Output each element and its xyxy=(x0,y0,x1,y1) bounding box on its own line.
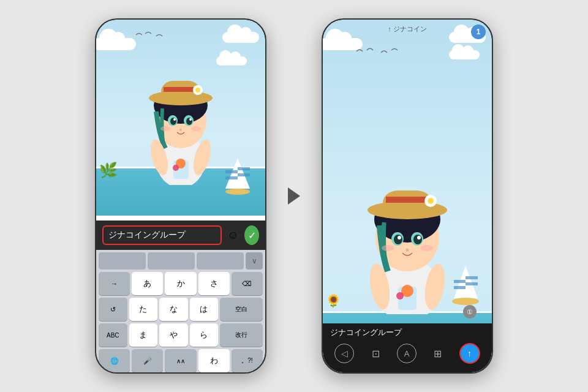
suggestion-3[interactable] xyxy=(197,252,244,270)
text-input[interactable] xyxy=(102,225,222,245)
character-right xyxy=(346,124,469,314)
svg-rect-4 xyxy=(238,167,250,170)
suggestions-row: ∨ xyxy=(99,252,263,270)
adjust-icon[interactable]: ⊞ xyxy=(428,344,448,363)
svg-point-20 xyxy=(173,118,176,121)
svg-point-15 xyxy=(195,88,200,92)
back-icon[interactable]: ◁ xyxy=(334,344,354,363)
cloud-r3 xyxy=(449,50,480,59)
svg-point-29 xyxy=(173,165,179,171)
notification-badge: 1 xyxy=(471,24,486,39)
send-button[interactable]: ↑ xyxy=(459,343,480,364)
left-phone: 🌿 xyxy=(95,18,266,374)
svg-point-22 xyxy=(160,126,170,131)
top-bar-right: ↑ ジナコイン xyxy=(323,24,492,34)
key-ma[interactable]: ま xyxy=(129,323,158,347)
svg-rect-43 xyxy=(386,197,429,203)
key-a[interactable]: あ xyxy=(132,272,163,295)
svg-point-50 xyxy=(398,236,401,239)
key-ka[interactable]: か xyxy=(165,272,196,295)
key-ya[interactable]: や xyxy=(159,323,188,347)
illustration-area-left: 🌿 xyxy=(96,20,265,216)
key-wa[interactable]: わ xyxy=(198,349,230,372)
keyboard-row-4: 🌐 🎤 ∧∧ わ 。?! xyxy=(99,349,263,372)
chevron-down-icon[interactable]: ∨ xyxy=(246,252,263,270)
bottom-label: ジナコイングループ xyxy=(323,323,492,339)
svg-point-51 xyxy=(417,236,421,239)
right-arrow-icon xyxy=(288,187,300,205)
right-phone: ↑ ジナコイン 1 xyxy=(322,18,493,374)
crop-icon[interactable]: ⊡ xyxy=(366,344,385,363)
svg-point-53 xyxy=(421,245,433,251)
keyboard-row-3: ABC ま や ら 改行 xyxy=(99,323,263,347)
key-undo[interactable]: ↺ xyxy=(99,298,127,321)
keyboard-row-2: ↺ た な は 空白 xyxy=(99,298,263,321)
suggestion-1[interactable] xyxy=(99,252,146,270)
key-enter[interactable]: 改行 xyxy=(220,323,263,347)
key-space[interactable]: 空白 xyxy=(220,298,263,321)
key-ra[interactable]: ら xyxy=(190,323,219,347)
key-backspace[interactable]: ⌫ xyxy=(232,272,263,295)
keyboard-row-1: → あ か さ ⌫ xyxy=(99,272,263,295)
svg-point-54 xyxy=(406,249,409,252)
keyboard: ∨ → あ か さ ⌫ ↺ た な は xyxy=(96,250,265,372)
svg-rect-13 xyxy=(164,87,198,92)
text-icon[interactable]: A xyxy=(397,344,417,363)
bottom-toolbar-right: ジナコイングループ ◁ ⊡ A ⊞ ↑ xyxy=(323,323,492,372)
svg-point-6 xyxy=(225,189,250,195)
input-bar-left: ☺ ✓ xyxy=(96,221,265,250)
key-ta[interactable]: た xyxy=(129,298,158,321)
arrow-divider xyxy=(279,187,309,205)
svg-point-21 xyxy=(189,118,192,121)
character-left xyxy=(132,26,230,185)
left-phone-screen: 🌿 xyxy=(96,20,265,372)
top-bar-title: ↑ ジナコイン xyxy=(388,24,427,34)
key-globe[interactable]: 🌐 xyxy=(99,349,130,372)
key-mic[interactable]: 🎤 xyxy=(132,349,163,372)
svg-point-24 xyxy=(179,129,182,131)
bottom-icons-row: ◁ ⊡ A ⊞ ↑ xyxy=(323,339,492,368)
suggestion-2[interactable] xyxy=(148,252,195,270)
flowers-right: 🌻 xyxy=(326,293,341,308)
inner-badge: ① xyxy=(463,305,477,318)
illustration-area-right: 🌻 xyxy=(323,20,492,372)
phone-wrapper: 🌿 xyxy=(95,18,493,374)
svg-point-23 xyxy=(191,126,201,131)
svg-point-49 xyxy=(413,235,422,244)
cloud-1 xyxy=(96,38,136,50)
svg-point-52 xyxy=(382,245,394,251)
svg-rect-5 xyxy=(238,173,250,176)
seagulls-right xyxy=(353,44,402,59)
key-na[interactable]: な xyxy=(159,298,188,321)
key-sa[interactable]: さ xyxy=(198,272,230,295)
emoji-button[interactable]: ☺ xyxy=(227,227,239,244)
key-arrow[interactable]: → xyxy=(99,272,130,295)
key-punct[interactable]: 。?! xyxy=(232,349,263,372)
confirm-button[interactable]: ✓ xyxy=(244,225,259,245)
right-phone-screen: ↑ ジナコイン 1 xyxy=(323,20,492,372)
svg-point-59 xyxy=(396,292,404,300)
svg-point-45 xyxy=(428,198,434,204)
key-dakuten[interactable]: ∧∧ xyxy=(165,349,196,372)
svg-point-48 xyxy=(394,235,402,244)
key-abc[interactable]: ABC xyxy=(99,323,127,347)
main-container: 🌿 xyxy=(0,0,588,392)
plant-left: 🌿 xyxy=(99,162,118,179)
key-ha[interactable]: は xyxy=(190,298,219,321)
